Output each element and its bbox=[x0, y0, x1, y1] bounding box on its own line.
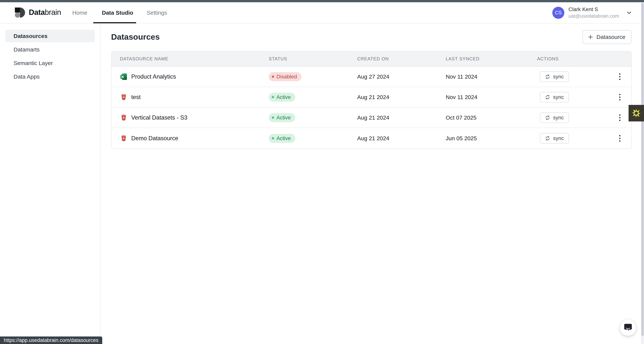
status-dot-icon bbox=[272, 96, 274, 98]
plus-icon bbox=[588, 34, 594, 40]
table-row[interactable]: Product Analytics Disabled Aug 27 2024 N… bbox=[112, 67, 632, 87]
last-synced-value: Nov 11 2024 bbox=[446, 73, 537, 80]
user-name: Clark Kent S bbox=[568, 6, 619, 12]
s3-bucket-icon bbox=[120, 114, 128, 121]
row-menu-kebab-icon[interactable] bbox=[618, 92, 622, 102]
excel-icon bbox=[120, 73, 128, 80]
datasource-name: Product Analytics bbox=[131, 73, 176, 80]
datasources-table: Datasource Name Status Created On Last S… bbox=[111, 51, 632, 149]
asterisk-icon bbox=[630, 107, 642, 119]
add-datasource-button[interactable]: Datasource bbox=[582, 30, 632, 44]
sync-button[interactable]: sync bbox=[540, 92, 569, 102]
logo-wordmark: Databrain bbox=[29, 8, 61, 16]
sidebar: Datasources Datamarts Semantic Layer Dat… bbox=[0, 23, 100, 344]
last-synced-value: Jun 05 2025 bbox=[446, 135, 537, 142]
browser-top-strip bbox=[0, 0, 644, 2]
created-on-value: Aug 21 2024 bbox=[357, 94, 446, 100]
datasource-name: Vertical Datasets - S3 bbox=[131, 114, 187, 121]
column-header-created: Created On bbox=[357, 56, 446, 61]
column-header-synced: Last Synced bbox=[446, 56, 537, 61]
sync-button[interactable]: sync bbox=[540, 112, 569, 123]
status-dot-icon bbox=[272, 116, 274, 119]
user-email: uat@usedatabrain.com bbox=[568, 13, 619, 19]
avatar: CS bbox=[552, 7, 564, 19]
column-header-status: Status bbox=[269, 56, 357, 61]
sidebar-item-semantic-layer[interactable]: Semantic Layer bbox=[5, 57, 95, 69]
tab-home[interactable]: Home bbox=[72, 2, 87, 23]
sync-label: sync bbox=[553, 135, 564, 141]
column-header-actions: Actions bbox=[537, 56, 632, 61]
sync-icon bbox=[545, 94, 550, 100]
status-badge: Active bbox=[269, 93, 295, 102]
sidebar-item-datamarts[interactable]: Datamarts bbox=[5, 43, 95, 56]
sync-label: sync bbox=[553, 94, 564, 100]
chevron-down-icon bbox=[626, 9, 632, 16]
sync-button[interactable]: sync bbox=[540, 71, 569, 82]
row-menu-kebab-icon[interactable] bbox=[618, 72, 622, 81]
tab-data-studio[interactable]: Data Studio bbox=[102, 2, 133, 23]
sync-label: sync bbox=[553, 74, 564, 80]
status-url-tooltip: https://app.usedatabrain.com/datasources bbox=[0, 337, 102, 344]
table-row[interactable]: test Active Aug 21 2024 Nov 11 2024 sync bbox=[112, 87, 632, 108]
table-row[interactable]: Demo Datasource Active Aug 21 2024 Jun 0… bbox=[112, 128, 632, 149]
row-menu-kebab-icon[interactable] bbox=[618, 134, 622, 143]
sidebar-item-datasources[interactable]: Datasources bbox=[5, 30, 95, 42]
datasource-name: test bbox=[131, 94, 141, 101]
chat-bubble-icon bbox=[623, 323, 633, 333]
status-dot-icon bbox=[272, 75, 274, 78]
created-on-value: Aug 27 2024 bbox=[357, 73, 446, 80]
status-dot-icon bbox=[272, 137, 274, 140]
sync-button[interactable]: sync bbox=[540, 133, 569, 144]
sync-icon bbox=[545, 136, 550, 141]
chat-launcher-button[interactable] bbox=[620, 320, 636, 336]
status-badge: Disabled bbox=[269, 72, 302, 81]
status-badge: Active bbox=[269, 113, 295, 122]
status-badge: Active bbox=[269, 134, 295, 143]
page-title: Datasources bbox=[111, 32, 160, 41]
row-menu-kebab-icon[interactable] bbox=[618, 113, 622, 122]
table-header-row: Datasource Name Status Created On Last S… bbox=[112, 51, 632, 67]
table-row[interactable]: Vertical Datasets - S3 Active Aug 21 202… bbox=[112, 108, 632, 128]
sync-icon bbox=[545, 74, 550, 80]
databrain-logo-icon bbox=[14, 7, 25, 18]
add-datasource-label: Datasource bbox=[596, 34, 625, 40]
scrollbar-thumb[interactable] bbox=[641, 3, 644, 336]
tab-settings[interactable]: Settings bbox=[147, 2, 167, 23]
app-header: Databrain Home Data Studio Settings CS C… bbox=[0, 2, 644, 23]
active-tab-underline bbox=[93, 22, 136, 23]
column-header-name: Datasource Name bbox=[112, 56, 269, 61]
last-synced-value: Oct 07 2025 bbox=[446, 115, 537, 121]
sync-icon bbox=[545, 115, 550, 121]
databrain-logo[interactable]: Databrain bbox=[14, 7, 61, 18]
sidebar-item-data-apps[interactable]: Data Apps bbox=[5, 70, 95, 83]
extension-side-tab[interactable] bbox=[628, 105, 644, 121]
s3-bucket-icon bbox=[120, 135, 128, 142]
last-synced-value: Nov 11 2024 bbox=[446, 94, 537, 100]
user-menu[interactable]: CS Clark Kent S uat@usedatabrain.com bbox=[552, 2, 632, 23]
sync-label: sync bbox=[553, 115, 564, 121]
created-on-value: Aug 21 2024 bbox=[357, 135, 446, 142]
created-on-value: Aug 21 2024 bbox=[357, 115, 446, 121]
s3-bucket-icon bbox=[120, 93, 128, 101]
datasource-name: Demo Datasource bbox=[131, 135, 178, 142]
